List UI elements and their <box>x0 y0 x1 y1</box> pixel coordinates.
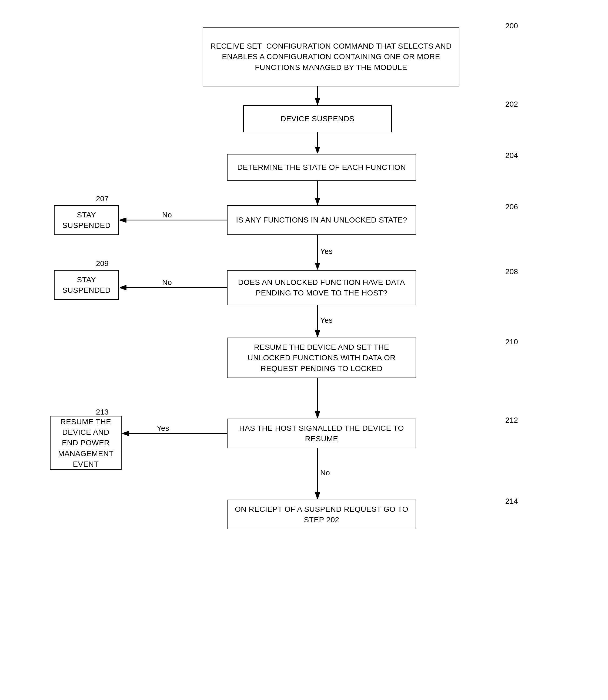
svg-text:Yes: Yes <box>320 247 332 255</box>
ref-210: 210 <box>505 337 518 346</box>
svg-text:Yes: Yes <box>157 424 169 432</box>
box-213: RESUME THE DEVICE AND END POWER MANAGEME… <box>50 416 121 470</box>
box-210: RESUME THE DEVICE AND SET THE UNLOCKED F… <box>227 337 416 378</box>
ref-207: 207 <box>96 194 109 203</box>
svg-text:No: No <box>320 469 330 477</box>
ref-213: 213 <box>96 408 109 416</box>
svg-text:No: No <box>162 211 172 219</box>
ref-208: 208 <box>505 267 518 276</box>
svg-text:No: No <box>162 278 172 287</box>
box-214: ON RECIEPT OF A SUSPEND REQUEST GO TO ST… <box>227 500 416 529</box>
box-200: RECEIVE SET_CONFIGURATION COMMAND THAT S… <box>203 27 459 86</box>
ref-206: 206 <box>505 202 518 211</box>
ref-204: 204 <box>505 151 518 160</box>
flowchart-diagram: 200 RECEIVE SET_CONFIGURATION COMMAND TH… <box>0 0 608 700</box>
ref-212: 212 <box>505 416 518 425</box>
box-212: HAS THE HOST SIGNALLED THE DEVICE TO RES… <box>227 419 416 448</box>
ref-202: 202 <box>505 100 518 109</box>
box-208: DOES AN UNLOCKED FUNCTION HAVE DATA PEND… <box>227 270 416 305</box>
box-209: STAY SUSPENDED <box>54 270 119 300</box>
ref-200: 200 <box>505 22 518 30</box>
box-206: IS ANY FUNCTIONS IN AN UNLOCKED STATE? <box>227 205 416 235</box>
box-204: DETERMINE THE STATE OF EACH FUNCTION <box>227 154 416 181</box>
ref-214: 214 <box>505 497 518 506</box>
box-207: STAY SUSPENDED <box>54 205 119 235</box>
svg-text:Yes: Yes <box>320 316 332 324</box>
ref-209: 209 <box>96 259 109 268</box>
box-202: DEVICE SUSPENDS <box>243 105 392 132</box>
